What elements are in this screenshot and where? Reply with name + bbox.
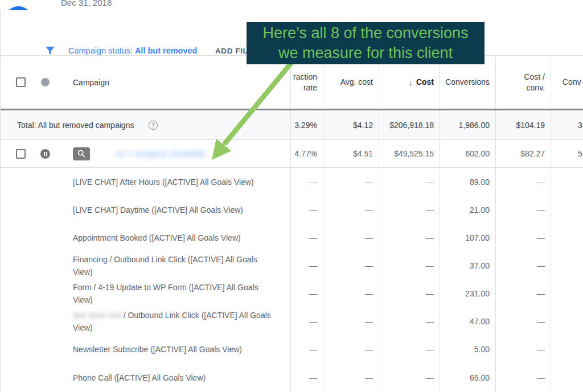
conversion-row: Newsletter Subscribe ([ACTIVE] All Goals… [0,335,583,363]
conversion-row: Xxx Xxxx Xxx / Outbound Link Click ([ACT… [0,307,583,335]
conversions-column-header[interactable]: Conversions [445,77,490,88]
conversion-count: 5.00 [440,335,495,363]
search-campaign-icon [73,147,90,160]
left-edge-divider [0,10,1,392]
conversion-action-name: Xxx Xxxx Xxx / Outbound Link Click ([ACT… [73,309,273,334]
conversion-cost-per-conv-empty: — [495,168,551,196]
conversion-avg-cost-empty: — [323,251,379,279]
status-dot-icon [41,78,50,86]
conversion-avg-cost-empty: — [323,363,379,392]
campaign-column-header[interactable]: Campaign [73,78,109,87]
conversion-conv-rate-empty [551,224,583,251]
campaign-conversions: 602.00 [440,140,495,167]
filter-value: All but removed [135,46,198,55]
conversion-conv-rate-empty [551,279,583,307]
conversion-avg-cost-empty: — [323,279,379,307]
select-all-checkbox[interactable] [16,77,26,87]
conversion-action-name: [LIVE CHAT] After Hours ([ACTIVE] All Go… [73,176,273,188]
campaigns-table: Campaign raction rate Avg. cost ↓ Cost C… [0,56,583,392]
paused-status-icon[interactable] [40,149,50,159]
conv-rate-column-header[interactable]: Conv [563,77,581,88]
sort-descending-icon: ↓ [408,77,413,87]
conversion-count: 107.00 [440,224,495,251]
conversion-avg-cost-empty: — [323,168,379,196]
conversion-action-name: Phone Call ([ACTIVE] All Goals View) [73,372,273,384]
conversion-cost-empty: — [379,196,440,224]
filter-prefix: Campaign status: [68,46,133,55]
campaign-cost: $49,525.15 [379,140,440,167]
total-cost: $206,918.18 [379,110,440,139]
campaign-name-link-redacted[interactable]: ss t surgery [invalid] [116,149,206,158]
blurred-text: Xxx Xxxx Xxx [73,311,121,320]
total-cost-per-conv: $104.19 [495,110,551,139]
campaign-checkbox[interactable] [16,149,26,159]
annotation-line-1: Here’s all 8 of the conversions [262,23,468,43]
conversion-row: Appointment Booked ([ACTIVE] All Goals V… [0,224,583,251]
conversion-count: 47.00 [440,307,495,335]
conversion-cost-per-conv-empty: — [495,307,551,335]
conversion-conv-rate-empty [551,196,583,224]
conversion-interaction-rate-empty: — [290,335,323,363]
conversion-cost-empty: — [379,251,440,279]
conversion-avg-cost-empty: — [323,196,379,224]
conversion-avg-cost-empty: — [323,335,379,363]
conversion-action-name: Financing / Outbound Link Click ([ACTIVE… [73,253,273,278]
conversion-cost-empty: — [379,363,440,392]
total-avg-cost: $4.12 [323,110,379,139]
cost-per-conv-column-header[interactable]: Cost / conv. [524,72,545,93]
conversion-cost-per-conv-empty: — [495,335,551,363]
conversion-cost-per-conv-empty: — [495,251,551,279]
annotation-callout: Here’s all 8 of the conversions we measu… [247,22,485,64]
total-conversions: 1,986.00 [440,110,495,139]
conversion-conv-rate-empty [551,335,583,363]
conversion-interaction-rate-empty: — [290,168,323,196]
annotation-line-2: we measure for this client [278,43,453,63]
campaign-status-filter-chip[interactable]: Campaign status: All but removed [68,46,197,55]
conversion-interaction-rate-empty: — [290,363,323,392]
date-range-label: Dec 31, 2018 [61,0,112,7]
total-row-label: Total: All but removed campaigns [17,121,134,130]
conversion-cost-empty: — [379,335,440,363]
conversion-interaction-rate-empty: — [290,279,323,307]
conversion-row: Phone Call ([ACTIVE] All Goals View) — —… [0,363,583,392]
conversion-cost-per-conv-empty: — [495,279,551,307]
conversion-conv-rate-empty [551,168,583,196]
conversion-count: 89.00 [440,168,495,196]
interaction-rate-column-header[interactable]: raction rate [293,72,317,93]
total-conv-rate-clipped: 3 [551,110,583,139]
conversion-cost-per-conv-empty: — [495,363,551,392]
campaign-cost-per-conv: $82.27 [495,140,551,167]
conversion-action-name: Newsletter Subscribe ([ACTIVE] All Goals… [73,343,273,356]
campaign-interaction-rate: 4.77% [290,140,323,167]
conversion-cost-empty: — [379,168,440,196]
conversion-row: [LIVE CHAT] After Hours ([ACTIVE] All Go… [0,168,583,196]
conversion-count: 65.00 [440,363,495,392]
conversion-row: [LIVE CHAT] Daytime ([ACTIVE] All Goals … [0,196,583,224]
conversion-conv-rate-empty [551,307,583,335]
filter-icon [44,45,56,56]
conversion-action-name: Appointment Booked ([ACTIVE] All Goals V… [73,232,273,244]
conversion-interaction-rate-empty: — [290,224,323,251]
conversion-count: 37.00 [440,251,495,279]
total-interaction-rate: 3.29% [290,110,323,139]
conversion-avg-cost-empty: — [323,307,379,335]
conversion-count: 231.00 [440,279,495,307]
conversion-cost-empty: — [379,224,440,251]
conversion-cost-empty: — [379,307,440,335]
campaign-row: ss t surgery [invalid] 4.77% $4.51 $49,5… [0,140,583,168]
conversion-cost-per-conv-empty: — [495,224,551,251]
help-icon[interactable]: ? [149,121,158,130]
total-row: Total: All but removed campaigns ? 3.29%… [0,110,583,140]
conversion-conv-rate-empty [551,251,583,279]
conversion-cost-per-conv-empty: — [495,196,551,224]
campaign-conv-rate-clipped: 5 [551,140,583,167]
conversion-row: Form / 4-19 Update to WP Form ([ACTIVE] … [0,279,583,307]
conversion-interaction-rate-empty: — [290,196,323,224]
avg-cost-column-header[interactable]: Avg. cost [340,77,373,88]
conversion-conv-rate-empty [551,363,583,392]
conversion-action-name: [LIVE CHAT] Daytime ([ACTIVE] All Goals … [73,204,273,216]
conversion-avg-cost-empty: — [323,224,379,251]
conversion-interaction-rate-empty: — [290,307,323,335]
google-ads-campaigns-screen: Dec 31, 2018 + Campaign status: All but … [0,0,583,392]
conversion-cost-empty: — [379,279,440,307]
